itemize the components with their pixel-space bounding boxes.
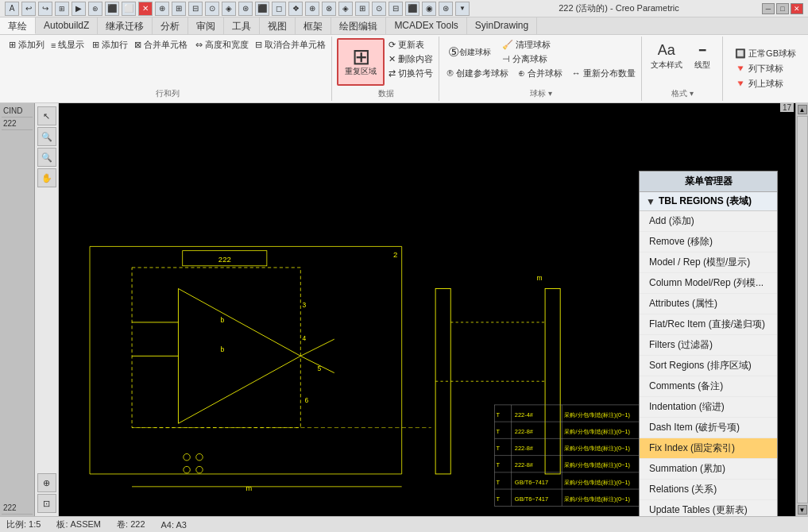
tool-bottom-1[interactable]: ⊕ xyxy=(37,473,56,492)
toolbar-btn[interactable]: ↩ xyxy=(21,2,36,16)
menu-item-filters[interactable]: Filters (过滤器) xyxy=(640,335,777,356)
toolbar-btn[interactable]: ⬛ xyxy=(105,2,119,16)
toolbar-btn[interactable]: ⊕ xyxy=(305,2,319,16)
close-button[interactable]: ✕ xyxy=(791,3,803,14)
btn-split-balloon[interactable]: ⊣ 分离球标 xyxy=(500,52,553,66)
unmerge-cells-icon: ⊟ xyxy=(255,40,262,50)
tab-framework[interactable]: 框架 xyxy=(296,17,331,34)
toolbar-btn[interactable]: ✕ xyxy=(138,2,153,16)
toolbar-btn[interactable]: ⊞ xyxy=(355,2,369,16)
menu-item-dash-item[interactable]: Dash Item (破折号项) xyxy=(640,418,777,438)
toolbar-btn[interactable]: ⊛ xyxy=(238,2,253,16)
btn-merge-cells[interactable]: ⊠ 合并单元格 xyxy=(132,38,190,52)
add-col-icon: ⊞ xyxy=(9,40,16,50)
btn-update-table[interactable]: ⟳ 更新表 xyxy=(386,38,435,52)
tab-tools[interactable]: 工具 xyxy=(224,17,260,34)
tab-view[interactable]: 视图 xyxy=(260,17,296,34)
menu-item-col-model-rep[interactable]: Column Model/Rep (列模... xyxy=(640,273,777,294)
scroll-track[interactable] xyxy=(797,116,808,503)
tool-zoom-in[interactable]: 🔍 xyxy=(37,127,56,146)
toolbar-btn[interactable]: ⊛ xyxy=(439,2,453,16)
svg-text:采购/分包/制造(标注)(0~1): 采购/分包/制造(标注)(0~1) xyxy=(564,495,630,503)
btn-add-col[interactable]: ⊞ 添加列 xyxy=(6,38,47,52)
tool-zoom-out[interactable]: 🔍 xyxy=(37,148,56,167)
svg-text:222-8#: 222-8# xyxy=(515,445,534,452)
tab-draft[interactable]: 草绘 xyxy=(0,17,36,34)
toolbar-btn[interactable]: ▶ xyxy=(72,2,86,16)
toolbar-btn[interactable]: ⊙ xyxy=(372,2,386,16)
scroll-up[interactable]: ▲ xyxy=(798,105,807,114)
toolbar-btn[interactable]: ⊟ xyxy=(389,2,403,16)
menu-item-fix-index[interactable]: Fix Index (固定索引) xyxy=(640,438,777,459)
toolbar-btn[interactable]: ◻ xyxy=(272,2,286,16)
tool-pan[interactable]: ✋ xyxy=(37,168,56,187)
dropdown-arrow[interactable]: ▼ xyxy=(455,2,470,16)
toolbar-btn[interactable]: ⊕ xyxy=(155,2,169,16)
tab-syindrawing[interactable]: SyinDrawing xyxy=(467,17,537,34)
toolbar-btn[interactable]: ⊟ xyxy=(188,2,203,16)
svg-text:采购/分包/制造(标注)(0~1): 采购/分包/制造(标注)(0~1) xyxy=(564,461,630,468)
tab-inherit[interactable]: 继承迁移 xyxy=(98,17,153,34)
vertical-scrollbar[interactable]: ▲ ▼ xyxy=(795,103,808,516)
toolbar-btn[interactable]: ◈ xyxy=(222,2,236,16)
scroll-down[interactable]: ▼ xyxy=(798,505,807,515)
toolbar-btn[interactable]: ↪ xyxy=(38,2,52,16)
menu-item-attributes[interactable]: Attributes (属性) xyxy=(640,294,777,314)
maximize-button[interactable]: □ xyxy=(776,3,789,14)
toolbar-btn[interactable]: ⊗ xyxy=(322,2,336,16)
svg-text:3: 3 xyxy=(302,301,306,309)
btn-create-balloon[interactable]: ⑤ 创建球标 xyxy=(444,42,495,62)
btn-ref-balloon[interactable]: ® 创建参考球标 xyxy=(444,67,510,80)
btn-merge-balloon[interactable]: ⊕ 合并球标 xyxy=(516,67,565,80)
btn-redistribute[interactable]: ↔ 重新分布数量 xyxy=(570,67,638,80)
tool-select[interactable]: ↖ xyxy=(37,106,56,125)
menu-item-add[interactable]: Add (添加) xyxy=(640,211,777,232)
menu-item-flat-rec[interactable]: Flat/Rec Item (直接/递归项) xyxy=(640,314,777,335)
toolbar-btn[interactable]: ❖ xyxy=(288,2,303,16)
btn-text-style[interactable]: Aa 文本样式 xyxy=(647,38,686,73)
btn-delete-content[interactable]: ✕ 删除内容 xyxy=(386,52,435,66)
window-title: 222 (活动的) - Creo Parametric xyxy=(476,2,762,14)
toolbar-btn[interactable]: ⬛ xyxy=(405,2,419,16)
btn-list-gb[interactable]: 🔻 列上球标 xyxy=(733,77,798,91)
btn-switch-symbol[interactable]: ⇄ 切换符号 xyxy=(386,67,435,80)
btn-unmerge-cells[interactable]: ⊟ 取消合并单元格 xyxy=(253,38,328,52)
label-222-left: 222 xyxy=(2,118,33,130)
tool-bottom-2[interactable]: ⊡ xyxy=(37,494,56,513)
menu-item-summation[interactable]: Summation (累加) xyxy=(640,459,777,480)
toolbar-btn[interactable]: ⊛ xyxy=(88,2,102,16)
menu-item-relations[interactable]: Relations (关系) xyxy=(640,480,777,500)
title-bar: A ↩ ↪ ⊞ ▶ ⊛ ⬛ ⬜ ✕ ⊕ ⊞ ⊟ ⊙ ◈ ⊛ ⬛ ◻ ❖ ⊕ ⊗ … xyxy=(0,0,808,17)
menu-item-model-rep[interactable]: Model / Rep (模型/显示) xyxy=(640,253,777,273)
menu-item-sort-regions[interactable]: Sort Regions (排序区域) xyxy=(640,356,777,376)
btn-clean-balloon[interactable]: 🧹 清理球标 xyxy=(500,38,553,52)
btn-dropdown-gb[interactable]: 🔻 列下球标 xyxy=(733,62,798,75)
btn-line-style[interactable]: ━ 线型 xyxy=(688,38,717,73)
svg-text:T: T xyxy=(497,411,501,418)
tab-autobuildz[interactable]: AutobuildZ xyxy=(36,17,98,34)
toolbar-btn[interactable]: ⬛ xyxy=(255,2,269,16)
menu-item-remove[interactable]: Remove (移除) xyxy=(640,232,777,253)
toolbar-btn[interactable]: ◈ xyxy=(338,2,353,16)
toolbar-btn[interactable]: A xyxy=(5,2,19,16)
toolbar-btn[interactable]: ◉ xyxy=(422,2,436,16)
tab-drawing-edit[interactable]: 绘图编辑 xyxy=(331,17,386,34)
btn-add-row[interactable]: ⊞ 添加行 xyxy=(90,38,130,52)
toolbar-btn[interactable]: ⊞ xyxy=(55,2,69,16)
tab-analysis[interactable]: 分析 xyxy=(153,17,188,34)
tab-review[interactable]: 审阅 xyxy=(188,17,224,34)
toolbar-btn[interactable]: ⬜ xyxy=(122,2,136,16)
svg-text:4: 4 xyxy=(302,334,306,342)
toolbar-btn[interactable]: ⊞ xyxy=(172,2,186,16)
btn-height-width[interactable]: ⇔ 高度和宽度 xyxy=(193,38,251,52)
group-format-label: 格式 ▾ xyxy=(647,87,719,99)
menu-item-indentation[interactable]: Indentation (缩进) xyxy=(640,397,777,418)
menu-item-update-tables[interactable]: Update Tables (更新表) xyxy=(640,500,777,516)
minimize-button[interactable]: ─ xyxy=(762,3,775,14)
tab-mcadex[interactable]: MCADEx Tools xyxy=(386,17,466,34)
menu-item-comments[interactable]: Comments (备注) xyxy=(640,376,777,397)
btn-repeat-region[interactable]: ⊞ 重复区域 xyxy=(337,38,385,86)
toolbar-btn[interactable]: ⊙ xyxy=(205,2,219,16)
btn-gb-standard[interactable]: 🔲 正常GB球标 xyxy=(733,47,798,60)
btn-line-display[interactable]: ≡ 线显示 xyxy=(48,38,87,52)
